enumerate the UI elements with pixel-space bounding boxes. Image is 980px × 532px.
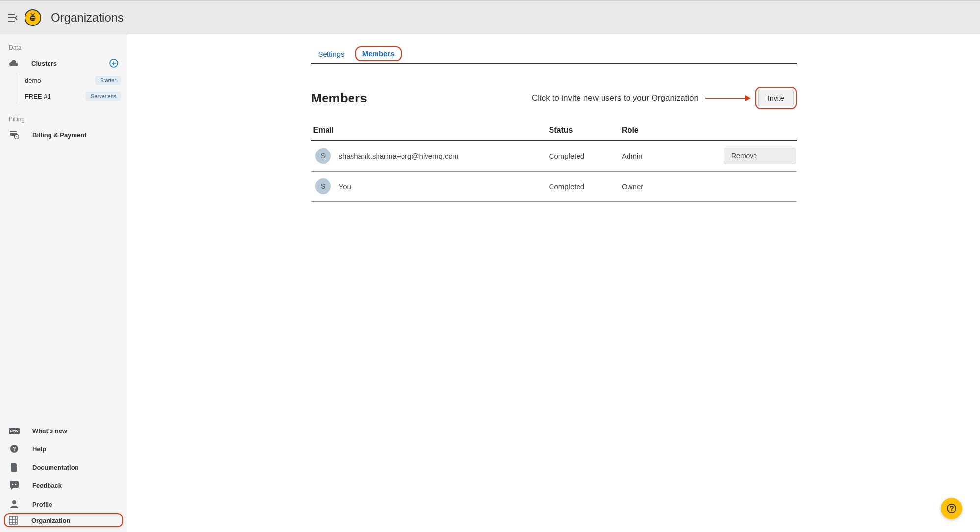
member-email: shashank.sharma+org@hivemq.com — [339, 152, 459, 160]
sidebar-item-label: Documentation — [32, 464, 79, 471]
sidebar-item-feedback[interactable]: Feedback — [0, 477, 127, 495]
remove-button[interactable]: Remove — [724, 148, 797, 164]
menu-toggle-icon[interactable] — [8, 14, 18, 22]
sidebar-item-profile[interactable]: Profile — [0, 495, 127, 513]
main-content: Settings Members Members Click to invite… — [127, 34, 980, 532]
invite-button[interactable]: Invite — [758, 90, 793, 106]
sidebar-item-label: What's new — [32, 427, 67, 434]
profile-icon — [9, 500, 20, 508]
logo-icon — [25, 9, 41, 26]
svg-text:?: ? — [13, 446, 16, 452]
annotation-text: Click to invite new users to your Organi… — [532, 93, 699, 103]
sidebar-item-label: Profile — [32, 501, 52, 508]
member-email: You — [339, 182, 351, 191]
col-header-role: Role — [622, 126, 724, 135]
col-header-status: Status — [549, 126, 622, 135]
top-header: Organizations — [0, 0, 980, 34]
member-status: Completed — [549, 152, 622, 160]
svg-rect-5 — [10, 132, 17, 133]
table-header: Email Status Role — [311, 121, 797, 141]
svg-text:NEW: NEW — [10, 430, 19, 433]
svg-rect-1 — [31, 17, 35, 18]
avatar: S — [315, 178, 331, 194]
cluster-badge: Serverless — [86, 92, 121, 101]
member-role: Owner — [622, 182, 724, 191]
sidebar-item-billing[interactable]: Billing & Payment — [0, 126, 127, 144]
sidebar-item-documentation[interactable]: Documentation — [0, 458, 127, 477]
col-header-email: Email — [311, 126, 549, 135]
tab-members[interactable]: Members — [355, 46, 402, 61]
cluster-list: demo Starter FREE #1 Serverless — [16, 73, 127, 104]
member-role: Admin — [622, 152, 724, 160]
svg-rect-2 — [31, 19, 35, 19]
table-row: S You Completed Owner — [311, 172, 797, 202]
svg-point-12 — [15, 484, 16, 485]
sidebar-section-data: Data — [0, 41, 127, 54]
billing-icon — [9, 130, 20, 139]
sidebar-item-organization[interactable]: Organization — [4, 513, 123, 527]
billing-label: Billing & Payment — [32, 131, 87, 139]
cluster-item[interactable]: demo Starter — [16, 73, 127, 88]
clusters-label: Clusters — [31, 60, 57, 67]
svg-point-0 — [30, 15, 36, 21]
new-badge-icon: NEW — [9, 428, 20, 434]
help-fab-button[interactable] — [941, 498, 962, 519]
sidebar-item-whats-new[interactable]: NEW What's new — [0, 422, 127, 439]
sidebar-item-clusters[interactable]: Clusters — [0, 54, 127, 73]
document-icon — [9, 463, 20, 472]
help-icon: ? — [9, 444, 20, 453]
page-title: Organizations — [51, 11, 124, 25]
sidebar-item-label: Organization — [31, 517, 70, 524]
svg-point-11 — [12, 484, 13, 485]
sidebar-item-label: Help — [32, 445, 46, 453]
svg-point-16 — [951, 510, 952, 511]
add-cluster-icon[interactable] — [109, 59, 118, 68]
member-status: Completed — [549, 182, 622, 191]
organization-icon — [8, 516, 19, 525]
sidebar: Data Clusters demo Starter FREE #1 Serve… — [0, 34, 127, 532]
tab-settings[interactable]: Settings — [311, 46, 352, 63]
svg-rect-14 — [9, 516, 17, 524]
cluster-name: FREE #1 — [25, 93, 51, 100]
sidebar-item-label: Feedback — [32, 482, 62, 489]
cloud-icon — [9, 60, 19, 67]
table-row: S shashank.sharma+org@hivemq.com Complet… — [311, 141, 797, 172]
sidebar-section-billing: Billing — [0, 113, 127, 126]
invite-button-highlight: Invite — [755, 87, 796, 109]
section-title: Members — [311, 91, 367, 106]
tabs: Settings Members — [311, 46, 797, 64]
cluster-badge: Starter — [95, 76, 121, 85]
avatar: S — [315, 148, 331, 164]
annotation-arrow-icon — [705, 98, 750, 99]
cluster-item[interactable]: FREE #1 Serverless — [16, 88, 127, 104]
cluster-name: demo — [25, 77, 41, 84]
svg-point-13 — [12, 500, 16, 504]
feedback-icon — [9, 481, 20, 490]
sidebar-item-help[interactable]: ? Help — [0, 439, 127, 458]
